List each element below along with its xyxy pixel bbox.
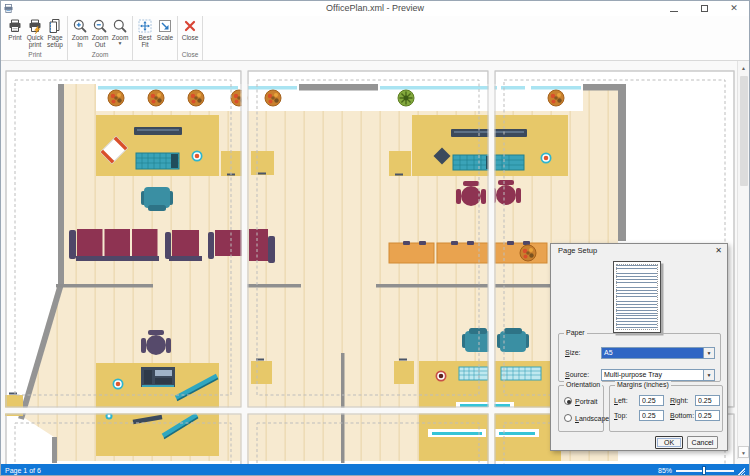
margin-right-label: Right: [670, 397, 688, 404]
landscape-label: Landscape [575, 415, 609, 422]
resize-grip[interactable] [738, 466, 745, 475]
paper-groupbox: Paper Size: A5 ▼ Source: Multi-purpose T… [558, 333, 721, 382]
margin-bottom-input[interactable] [695, 410, 720, 421]
toolbar: Print Quick print [1, 16, 749, 61]
size-combo-arrow-icon[interactable]: ▼ [703, 348, 714, 358]
close-icon: ✕ [730, 4, 738, 13]
minimize-icon [670, 11, 678, 12]
zoom-icon [112, 18, 128, 34]
orientation-legend: Orientation [564, 381, 602, 389]
margins-groupbox: Margins (inches) Left: Right: Top: Botto… [609, 385, 723, 432]
zoom-in-button[interactable]: Zoom In [70, 16, 90, 50]
preview-window: OfficePlan.xml - Preview ✕ Print [0, 0, 750, 476]
margin-left-label: Left: [614, 397, 628, 404]
zoom-slider[interactable] [676, 466, 734, 475]
toolbar-group-fit: Best Fit Scale [133, 16, 178, 60]
margin-top-input[interactable] [639, 410, 664, 421]
minimize-button[interactable] [659, 1, 689, 16]
thumbnail-text-lines [616, 265, 657, 329]
statusbar: Page 1 of 6 85% [1, 464, 749, 476]
zoom-out-button[interactable]: Zoom Out [90, 16, 110, 50]
quick-print-button[interactable]: Quick print [25, 16, 45, 50]
margins-legend: Margins (inches) [615, 381, 671, 389]
scroll-up-icon[interactable]: ▲ [738, 62, 749, 74]
landscape-radio[interactable]: Landscape [564, 414, 609, 422]
portrait-radio[interactable]: Portrait [564, 397, 598, 405]
maximize-button[interactable] [689, 1, 719, 16]
close-window-button[interactable]: ✕ [719, 1, 749, 16]
maximize-icon [701, 5, 708, 12]
page-indicator: Page 1 of 6 [1, 467, 41, 474]
window-title: OfficePlan.xml - Preview [1, 1, 749, 16]
paper-source-combo[interactable]: Multi-purpose Tray ▼ [601, 369, 715, 381]
close-preview-button[interactable]: Close [180, 16, 200, 50]
portrait-label: Portrait [575, 398, 598, 405]
group-caption-zoom: Zoom [70, 50, 130, 60]
zoom-dropdown-button[interactable]: Zoom ▼ [110, 16, 130, 50]
titlebar: OfficePlan.xml - Preview ✕ [1, 1, 749, 16]
toolbar-group-close: Close Close [178, 16, 203, 60]
group-caption-close: Close [180, 50, 200, 60]
scrollbar-thumb[interactable] [740, 76, 748, 186]
margin-bottom-label: Bottom: [670, 412, 694, 419]
paper-source-value: Multi-purpose Tray [602, 370, 703, 380]
ok-button[interactable]: OK [655, 436, 683, 449]
source-combo-arrow-icon[interactable]: ▼ [703, 370, 714, 380]
preview-area: ▲ ▼ Page Setup ✕ Paper Size: A5 ▼ Source… [1, 61, 749, 464]
app-icon [4, 4, 13, 13]
scale-icon [157, 18, 173, 34]
landscape-radio-icon [564, 414, 572, 422]
zoom-percent: 85% [658, 467, 672, 474]
scroll-down-icon[interactable]: ▼ [738, 446, 749, 458]
source-label: Source: [565, 371, 589, 378]
page-preview-thumbnail [613, 261, 661, 333]
zoom-slider-thumb[interactable] [702, 466, 706, 475]
dialog-close-button[interactable]: ✕ [715, 246, 722, 256]
best-fit-icon [137, 18, 153, 34]
margin-right-input[interactable] [695, 395, 720, 406]
paper-legend: Paper [564, 329, 587, 337]
size-label: Size: [565, 349, 581, 356]
portrait-radio-icon [564, 397, 572, 405]
orientation-groupbox: Orientation Portrait Landscape [558, 385, 604, 432]
zoom-dropdown-caret: ▼ [118, 41, 123, 46]
quick-print-icon [27, 18, 43, 34]
vertical-scrollbar[interactable]: ▲ ▼ [737, 61, 749, 459]
cancel-button[interactable]: Cancel [687, 436, 718, 449]
print-button[interactable]: Print [5, 16, 25, 50]
scale-button[interactable]: Scale [155, 16, 175, 50]
zoom-out-icon [92, 18, 108, 34]
close-red-icon [182, 18, 198, 34]
page-setup-icon [47, 18, 63, 34]
group-caption-fit [135, 50, 175, 60]
printer-icon [7, 18, 23, 34]
dialog-title: Page Setup [551, 244, 727, 258]
zoom-in-icon [72, 18, 88, 34]
best-fit-button[interactable]: Best Fit [135, 16, 155, 50]
group-caption-print: Print [5, 50, 65, 60]
paper-size-combo[interactable]: A5 ▼ [601, 347, 715, 359]
page-setup-button[interactable]: Page setup [45, 16, 65, 50]
paper-size-value: A5 [602, 348, 703, 358]
toolbar-group-zoom: Zoom In Zoom Out Zoom ▼ [68, 16, 133, 60]
margin-top-label: Top: [614, 412, 627, 419]
margin-left-input[interactable] [639, 395, 664, 406]
page-setup-dialog: Page Setup ✕ Paper Size: A5 ▼ Source: Mu… [550, 243, 728, 451]
toolbar-group-print: Print Quick print [3, 16, 68, 60]
